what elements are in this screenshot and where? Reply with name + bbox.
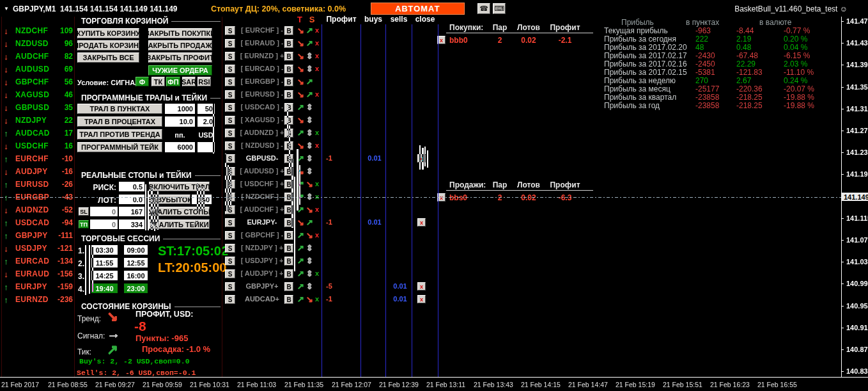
- session-to-input[interactable]: 09:00: [124, 245, 148, 255]
- buy-pair-button[interactable]: B: [284, 295, 293, 304]
- sell-pair-button[interactable]: S: [225, 90, 235, 99]
- condition-toggle-ф[interactable]: Ф: [136, 77, 149, 86]
- program-take-value[interactable]: 6000: [165, 142, 195, 152]
- terminal-button[interactable]: ⌨: [493, 3, 506, 14]
- price-tick-label: 141.435: [846, 39, 868, 47]
- buy-pair-button[interactable]: B: [284, 231, 293, 240]
- watchlist-row: ↓AUDJPY-16: [4, 165, 73, 178]
- sl-toggle[interactable]: SL: [79, 207, 89, 216]
- buy-basket-button[interactable]: КУПИТЬ КОРЗИНУ: [77, 28, 139, 38]
- price-tick-label: 141.395: [846, 61, 868, 68]
- sell-pair-button[interactable]: S: [225, 52, 235, 61]
- buy-pair-button[interactable]: B: [284, 244, 293, 253]
- phone-icon: ☎: [479, 4, 488, 13]
- condition-toggle-фп[interactable]: ФП: [166, 77, 180, 86]
- session-to-input[interactable]: 16:00: [124, 271, 148, 280]
- tp-toggle[interactable]: ТП: [79, 220, 89, 228]
- pair-label: GBPCHF: [15, 77, 49, 86]
- pair-name: [ EURNZD ] +: [238, 52, 286, 60]
- symbol-dropdown-icon[interactable]: ▼: [4, 6, 9, 12]
- trail-against-trend-button[interactable]: ТРАЛ ПРОТИВ ТРЕНДА: [77, 129, 162, 140]
- session-to-input[interactable]: 23:00: [124, 283, 148, 293]
- sell-pair-button[interactable]: S: [225, 103, 235, 112]
- program-take-button[interactable]: ПРОГРАММНЫЙ ТЕЙК: [77, 142, 162, 152]
- session-from-input[interactable]: 11:55: [91, 258, 118, 267]
- price-tick: [841, 87, 844, 88]
- sell-pair-button[interactable]: S: [225, 231, 235, 240]
- signal-arrow-icon: ↗: [305, 26, 314, 35]
- sell-pair-button[interactable]: S: [225, 39, 235, 48]
- sell-pair-button[interactable]: S: [225, 77, 235, 86]
- close-position-button[interactable]: x: [417, 282, 426, 291]
- session-to-input[interactable]: 12:55: [124, 258, 148, 267]
- risk-input[interactable]: 0.5: [119, 182, 144, 191]
- session-from-input[interactable]: 03:30: [91, 245, 118, 255]
- sell-pair-button[interactable]: S: [225, 205, 235, 214]
- session-lt-timer: LT:20:05:00: [158, 260, 226, 275]
- sell-pair-button[interactable]: S: [225, 65, 235, 74]
- time-tick-label: 21 Feb 14:47: [568, 381, 608, 388]
- tp-input-2[interactable]: 334: [119, 219, 144, 229]
- condition-toggle-sar[interactable]: SAR: [182, 77, 196, 86]
- trail-points-button[interactable]: ТРАЛ В ПУНКТАХ: [77, 104, 162, 114]
- close-all-button[interactable]: ЗАКРЫТЬ ВСЕ: [77, 52, 139, 63]
- buy-pair-button[interactable]: B: [284, 77, 293, 86]
- trail-points-value[interactable]: 1000: [165, 104, 195, 114]
- sell-pair-button[interactable]: S: [225, 116, 235, 125]
- sell-pair-button[interactable]: S: [225, 154, 235, 163]
- condition-toggle-rsi[interactable]: RSI: [198, 77, 211, 86]
- time-tick-label: 21 Feb 08:55: [48, 381, 88, 388]
- buy-pair-button[interactable]: B: [284, 65, 293, 74]
- sell-pair-button[interactable]: S: [225, 295, 235, 304]
- session-number: 4.: [78, 285, 84, 294]
- tp-input-1[interactable]: 0: [90, 219, 118, 229]
- close-position-button[interactable]: x: [417, 295, 426, 303]
- pair-strength-value: -94: [62, 218, 73, 227]
- stats-row-label: Прибыль за сегодня: [604, 35, 676, 44]
- trail-points-step[interactable]: 50: [198, 104, 215, 114]
- price-tick: [841, 174, 844, 175]
- sell-pair-button[interactable]: S: [225, 244, 235, 253]
- watchlist-row: ↓GBPUSD35: [4, 101, 73, 114]
- sl-input-1[interactable]: 0: [90, 207, 118, 216]
- phone-button[interactable]: ☎: [477, 3, 490, 14]
- buy-pair-button[interactable]: B: [284, 39, 293, 48]
- sell-pair-button[interactable]: S: [225, 282, 235, 291]
- buy-pair-button[interactable]: B: [284, 257, 293, 266]
- buy-pair-button[interactable]: B: [284, 52, 293, 61]
- sl-input-2[interactable]: 167: [119, 207, 144, 216]
- close-position-button[interactable]: x: [417, 218, 426, 227]
- pair-label: USDCHF: [15, 141, 49, 150]
- buy-pair-button[interactable]: B: [284, 116, 293, 125]
- sell-basket-button[interactable]: ПРОДАТЬ КОРЗИНУ: [77, 40, 139, 51]
- sell-pair-button[interactable]: S: [225, 26, 235, 35]
- buy-pair-button[interactable]: B: [284, 103, 293, 112]
- pair-strength-value: -156: [58, 269, 73, 278]
- buy-pair-button[interactable]: B: [284, 282, 293, 291]
- session-from-input[interactable]: 14:25: [91, 271, 118, 280]
- close-profit-button[interactable]: ЗАКРЫТЬ ПРОФИТ: [148, 52, 212, 63]
- buy-pair-button[interactable]: B: [284, 90, 293, 99]
- sell-pair-button[interactable]: S: [225, 218, 235, 227]
- breakeven-input[interactable]: 150: [192, 195, 212, 204]
- program-take-step[interactable]: [198, 142, 215, 152]
- buy-pair-button[interactable]: B: [284, 26, 293, 35]
- trail-percent-button[interactable]: ТРАЛ В ПРОЦЕНТАХ: [77, 116, 162, 127]
- sell-pair-button[interactable]: S: [225, 269, 235, 278]
- sell-pair-button[interactable]: S: [225, 141, 235, 150]
- candle-bar: [200, 186, 201, 211]
- sell-pair-button[interactable]: S: [225, 257, 235, 266]
- close-buys-button[interactable]: ЗАКРЫТЬ ПОКУПКИ: [148, 28, 212, 38]
- close-sells-button[interactable]: ЗАКРЫТЬ ПРОДАЖИ: [148, 40, 212, 51]
- lot-input[interactable]: 0.0: [119, 195, 144, 204]
- sell-pair-button[interactable]: S: [225, 129, 235, 138]
- alien-orders-button[interactable]: ЧУЖИЕ ОРДЕРА: [148, 65, 212, 76]
- sells-summary: Sell's: 2, -6 USD,своп=-0.1: [77, 369, 196, 377]
- automat-button[interactable]: АВТОМАТ: [371, 3, 465, 15]
- trail-percent-value[interactable]: 10.0: [165, 116, 195, 127]
- trail-percent-step[interactable]: 2.0: [198, 116, 215, 127]
- buy-pair-button[interactable]: B: [284, 269, 293, 278]
- session-from-input[interactable]: 19:40: [91, 283, 118, 293]
- pair-strength-value: -26: [62, 180, 73, 189]
- condition-toggle-тк[interactable]: ТК: [151, 77, 165, 86]
